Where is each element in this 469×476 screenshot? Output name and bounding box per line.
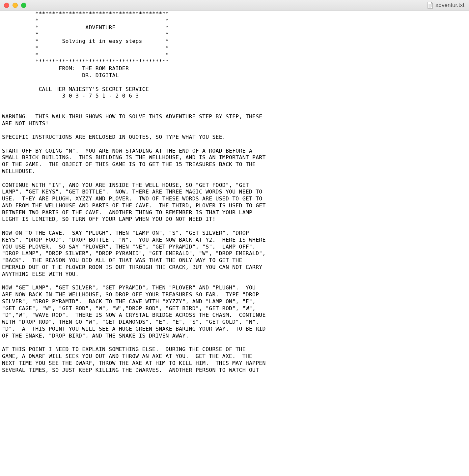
window-titlebar: adventur.txt <box>0 0 469 11</box>
maximize-button[interactable] <box>21 3 26 8</box>
document-icon <box>427 2 433 9</box>
document-text: ****************************************… <box>2 11 469 373</box>
window-title-wrap: adventur.txt <box>427 2 464 9</box>
minimize-button[interactable] <box>13 3 18 8</box>
document-content-area[interactable]: ****************************************… <box>0 11 469 373</box>
traffic-lights <box>4 3 26 8</box>
close-button[interactable] <box>4 3 9 8</box>
window-title: adventur.txt <box>435 2 464 9</box>
